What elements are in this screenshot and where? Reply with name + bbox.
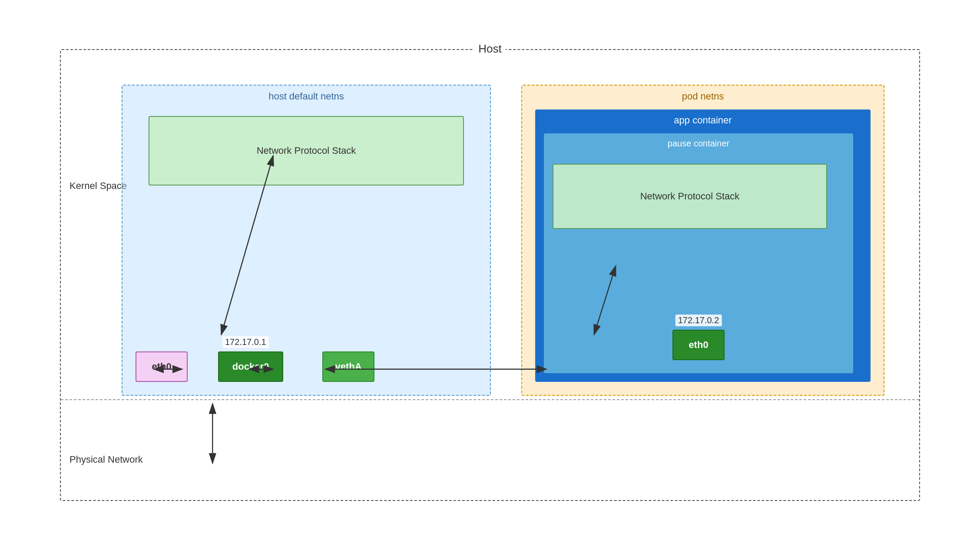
pause-container-label: pause container [668, 139, 729, 149]
docker0-label: docker0 [232, 361, 269, 372]
ip1-label: 172.17.0.1 [222, 336, 269, 348]
pause-container-box: pause container Network Protocol Stack 1… [544, 133, 853, 373]
nps-pod-box: Network Protocol Stack [553, 164, 827, 229]
vethA-box: vethA [322, 351, 374, 382]
nps-host-label: Network Protocol Stack [257, 145, 356, 156]
kernel-divider [61, 399, 919, 400]
kernel-space-label: Kernel Space [70, 180, 127, 192]
nps-pod-label: Network Protocol Stack [640, 191, 740, 202]
host-label: Host [474, 42, 506, 56]
vethA-label: vethA [335, 361, 361, 372]
host-netns-box: host default netns Network Protocol Stac… [122, 85, 491, 396]
diagram-wrapper: Host Kernel Space Physical Network host … [34, 36, 946, 514]
app-container-box: app container pause container Network Pr… [535, 109, 871, 382]
pod-netns-box: pod netns app container pause container … [521, 85, 884, 396]
host-netns-label: host default netns [268, 91, 344, 102]
eth0-pod-box: eth0 [672, 330, 725, 360]
host-box: Host Kernel Space Physical Network host … [60, 49, 920, 501]
eth0-host-box: eth0 [136, 351, 188, 382]
eth0-pod-label: eth0 [689, 339, 708, 351]
app-container-label: app container [674, 115, 732, 126]
nps-host-box: Network Protocol Stack [149, 116, 464, 186]
ip2-label: 172.17.0.2 [675, 315, 722, 326]
eth0-host-label: eth0 [152, 361, 171, 372]
docker0-box: docker0 [218, 351, 283, 382]
physical-network-label: Physical Network [70, 454, 143, 465]
pod-netns-label: pod netns [682, 91, 724, 102]
